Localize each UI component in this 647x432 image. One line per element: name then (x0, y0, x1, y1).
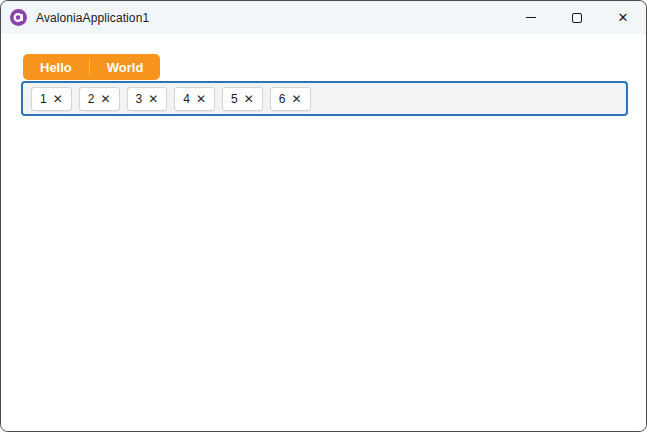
chip-label: 4 (183, 92, 190, 106)
close-icon: ✕ (291, 93, 301, 105)
chip-5: 5 ✕ (222, 87, 263, 111)
minimize-icon (526, 17, 536, 18)
avalonia-logo-icon (10, 9, 27, 26)
minimize-button[interactable] (508, 1, 554, 34)
button-hello[interactable]: Hello (23, 54, 89, 80)
caption-buttons: ✕ (508, 1, 646, 34)
chips-container[interactable]: 1 ✕ 2 ✕ 3 ✕ 4 ✕ (21, 81, 628, 116)
close-icon: ✕ (100, 93, 110, 105)
close-icon: ✕ (618, 11, 629, 24)
chip-1: 1 ✕ (31, 87, 72, 111)
window-content: Hello World 1 ✕ 2 ✕ 3 (1, 34, 646, 431)
chip-2: 2 ✕ (79, 87, 120, 111)
maximize-icon (572, 13, 582, 23)
chip-label: 1 (40, 92, 47, 106)
hello-world-split-button: Hello World (23, 54, 160, 80)
chip-remove-button[interactable]: ✕ (100, 93, 110, 105)
button-world[interactable]: World (90, 54, 161, 80)
chip-4: 4 ✕ (174, 87, 215, 111)
chip-remove-button[interactable]: ✕ (291, 93, 301, 105)
app-window: AvaloniaApplication1 ✕ Hello World (0, 0, 647, 432)
chip-remove-button[interactable]: ✕ (196, 93, 206, 105)
chip-3: 3 ✕ (127, 87, 168, 111)
window-title: AvaloniaApplication1 (36, 11, 149, 25)
title-bar[interactable]: AvaloniaApplication1 ✕ (1, 1, 646, 34)
maximize-button[interactable] (554, 1, 600, 34)
close-icon: ✕ (196, 93, 206, 105)
chip-label: 6 (279, 92, 286, 106)
chip-6: 6 ✕ (270, 87, 311, 111)
chip-label: 3 (136, 92, 143, 106)
chip-remove-button[interactable]: ✕ (244, 93, 254, 105)
chip-remove-button[interactable]: ✕ (148, 93, 158, 105)
close-button[interactable]: ✕ (600, 1, 646, 34)
chip-label: 2 (88, 92, 95, 106)
button-world-label: World (107, 60, 144, 75)
close-icon: ✕ (53, 93, 63, 105)
chip-remove-button[interactable]: ✕ (53, 93, 63, 105)
button-hello-label: Hello (40, 60, 72, 75)
close-icon: ✕ (148, 93, 158, 105)
chip-label: 5 (231, 92, 238, 106)
close-icon: ✕ (244, 93, 254, 105)
